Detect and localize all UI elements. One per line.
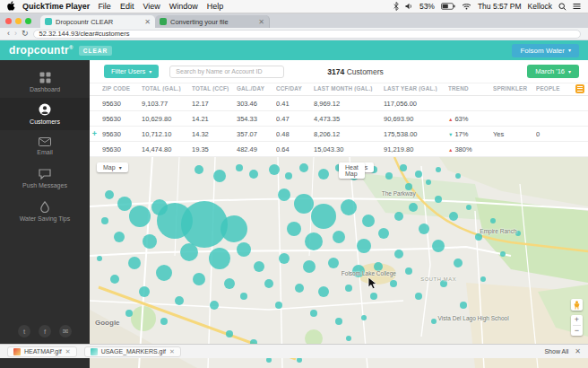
usage-bubble[interactable] bbox=[193, 273, 205, 285]
usage-bubble[interactable] bbox=[311, 204, 336, 229]
minimize-window-button[interactable] bbox=[15, 18, 22, 24]
maximize-window-button[interactable] bbox=[25, 18, 31, 24]
usage-bubble[interactable] bbox=[220, 215, 247, 242]
row-expander-icon[interactable]: + bbox=[90, 129, 102, 138]
usage-bubble[interactable] bbox=[195, 165, 203, 174]
usage-bubble[interactable] bbox=[490, 218, 496, 223]
usage-bubble[interactable] bbox=[249, 170, 258, 179]
usage-bubble[interactable] bbox=[328, 258, 339, 268]
usage-bubble[interactable] bbox=[466, 205, 471, 210]
usage-bubble[interactable] bbox=[361, 315, 367, 320]
month-select-button[interactable]: March '16 ▾ bbox=[527, 65, 579, 78]
close-shelf-icon[interactable]: ✕ bbox=[575, 347, 581, 355]
usage-bubble[interactable] bbox=[432, 240, 445, 252]
zoom-in-button[interactable]: + bbox=[575, 315, 579, 325]
usage-bubble[interactable] bbox=[449, 212, 458, 221]
apple-menu-icon[interactable] bbox=[7, 1, 15, 13]
download-item-heatmap-gif[interactable]: HEATMAP.gif✕ bbox=[7, 346, 77, 357]
usage-bubble[interactable] bbox=[394, 250, 403, 258]
menubar-clock[interactable]: Thu 5:57 PM bbox=[478, 2, 522, 11]
map-type-button[interactable]: Map ▾ bbox=[97, 162, 128, 172]
heatmap-layer-button[interactable]: Heat Map bbox=[339, 162, 365, 179]
filter-users-button[interactable]: Filter Users ▾ bbox=[104, 65, 159, 78]
usage-bubble[interactable] bbox=[175, 296, 184, 305]
download-item-usage-markers-gif[interactable]: USAGE_MARKERS.gif✕ bbox=[84, 346, 181, 357]
menu-item-file[interactable]: File bbox=[98, 2, 111, 11]
search-input[interactable]: Search by Name or Account ID bbox=[169, 66, 284, 78]
usage-bubble[interactable] bbox=[385, 172, 393, 180]
sidebar-item-customers[interactable]: Customers bbox=[0, 98, 90, 130]
table-row[interactable]: 9563014,474.8019.35482.490.6415,043.3091… bbox=[90, 142, 588, 157]
usage-bubble[interactable] bbox=[128, 257, 141, 269]
usage-bubble[interactable] bbox=[139, 286, 150, 297]
sidebar-item-push-messages[interactable]: Push Messages bbox=[0, 162, 90, 195]
usage-bubble[interactable] bbox=[295, 284, 304, 293]
usage-bubble[interactable] bbox=[455, 173, 461, 179]
menu-item-view[interactable]: View bbox=[143, 2, 160, 11]
usage-bubble[interactable] bbox=[269, 164, 280, 175]
usage-bubble[interactable] bbox=[125, 310, 133, 317]
usage-bubble[interactable] bbox=[226, 330, 233, 337]
usage-bubble[interactable] bbox=[264, 279, 273, 288]
table-row[interactable]: 956309,103.7712.17303.460.418,969.12117,… bbox=[90, 96, 588, 111]
usage-bubble[interactable] bbox=[341, 199, 357, 215]
usage-bubble[interactable] bbox=[97, 256, 102, 261]
usage-bubble[interactable] bbox=[310, 310, 317, 317]
usage-bubble[interactable] bbox=[346, 336, 351, 341]
tab-close-icon[interactable]: ✕ bbox=[144, 18, 151, 26]
menubar-username[interactable]: Kellock bbox=[528, 2, 552, 11]
usage-bubble[interactable] bbox=[303, 260, 316, 273]
usage-bubble[interactable] bbox=[415, 171, 422, 178]
usage-bubble[interactable] bbox=[180, 243, 198, 261]
usage-bubble[interactable] bbox=[240, 293, 247, 300]
usage-bubble[interactable] bbox=[299, 163, 308, 172]
usage-bubble[interactable] bbox=[114, 232, 125, 242]
usage-bubble[interactable] bbox=[318, 169, 329, 180]
back-icon[interactable]: ‹ bbox=[7, 30, 10, 38]
street-view-pegman-icon[interactable] bbox=[571, 299, 583, 311]
usage-bubble[interactable] bbox=[318, 286, 329, 297]
dropcountr-logo[interactable]: dropcountr® bbox=[9, 44, 74, 57]
usage-bubble[interactable] bbox=[409, 203, 418, 212]
usage-bubble[interactable] bbox=[357, 239, 371, 253]
usage-bubble[interactable] bbox=[285, 172, 292, 180]
usage-bubble[interactable] bbox=[435, 196, 442, 203]
usage-bubble[interactable] bbox=[101, 217, 108, 224]
usage-bubble[interactable] bbox=[335, 318, 342, 325]
tab-close-icon[interactable]: ✕ bbox=[258, 18, 264, 26]
usage-bubble[interactable] bbox=[275, 302, 282, 309]
zoom-out-button[interactable]: − bbox=[575, 326, 579, 336]
sidebar-item-water-saving-tips[interactable]: Water Saving Tips bbox=[0, 195, 90, 227]
address-bar[interactable]: 52.32.144.93/clear#customers bbox=[33, 30, 581, 39]
usage-bubble[interactable] bbox=[105, 190, 114, 199]
facebook-icon[interactable]: f bbox=[39, 325, 51, 337]
usage-bubble[interactable] bbox=[278, 188, 290, 201]
usage-bubble[interactable] bbox=[390, 280, 397, 287]
wifi-icon[interactable] bbox=[462, 3, 471, 10]
usage-bubble[interactable] bbox=[110, 275, 119, 284]
email-share-icon[interactable]: ✉ bbox=[59, 325, 72, 337]
spotlight-icon[interactable] bbox=[558, 3, 566, 11]
usage-bubble[interactable] bbox=[378, 228, 389, 239]
active-app-name[interactable]: QuickTime Player bbox=[22, 2, 90, 11]
usage-bubble[interactable] bbox=[419, 223, 429, 234]
table-row[interactable]: 9563010,629.8014.21354.330.474,473.3590,… bbox=[90, 111, 588, 127]
usage-bubble[interactable] bbox=[475, 233, 482, 241]
usage-bubble[interactable] bbox=[237, 242, 251, 257]
close-window-button[interactable] bbox=[5, 18, 12, 24]
usage-bubble[interactable] bbox=[209, 248, 230, 269]
usage-bubble[interactable] bbox=[143, 234, 157, 249]
usage-map[interactable]: The ParkwayEmpire RanchFolsom Lake Colle… bbox=[90, 157, 588, 368]
table-row[interactable]: +9563010,712.1014.32357.070.488,206.1217… bbox=[90, 127, 588, 142]
usage-bubble[interactable] bbox=[415, 293, 422, 300]
usage-bubble[interactable] bbox=[129, 206, 151, 227]
usage-bubble[interactable] bbox=[117, 197, 132, 211]
notification-center-icon[interactable] bbox=[573, 3, 581, 10]
usage-bubble[interactable] bbox=[333, 231, 345, 243]
download-close-icon[interactable]: ✕ bbox=[65, 348, 71, 355]
tab-dropcountr-clear[interactable]: Dropcountr CLEAR ✕ bbox=[40, 15, 155, 28]
usage-bubble[interactable] bbox=[236, 164, 243, 171]
usage-bubble[interactable] bbox=[500, 251, 506, 257]
usage-bubble[interactable] bbox=[460, 302, 467, 309]
usage-bubble[interactable] bbox=[400, 164, 407, 171]
